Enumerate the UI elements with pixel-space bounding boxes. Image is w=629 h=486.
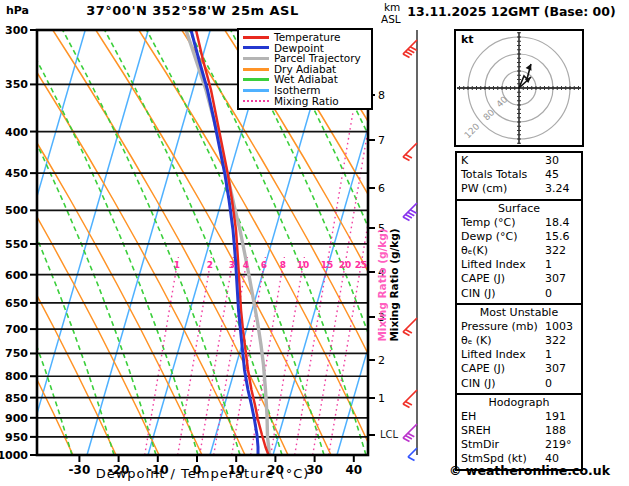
table-row-label: θₑ(K) — [461, 244, 545, 258]
table-row-value: 3.24 — [545, 182, 579, 196]
table-row-value: 18.4 — [545, 216, 579, 230]
svg-text:400: 400 — [5, 126, 28, 139]
wind-barb — [408, 448, 417, 461]
table-row: Temp (°C)18.4 — [457, 216, 581, 230]
svg-text:3: 3 — [229, 260, 235, 270]
svg-text:700: 700 — [5, 323, 28, 336]
svg-text:15: 15 — [321, 260, 334, 270]
table-row: θₑ(K)322 — [457, 244, 581, 258]
svg-text:20: 20 — [339, 260, 352, 270]
svg-text:650: 650 — [5, 297, 28, 310]
table-row: SREH188 — [457, 424, 581, 438]
legend-item: Temperature — [243, 32, 371, 43]
wind-barb — [403, 318, 417, 336]
svg-text:850: 850 — [5, 392, 28, 405]
sounding-indices-table: K30Totals Totals45PW (cm)3.24SurfaceTemp… — [455, 151, 583, 471]
table-row-label: Dewp (°C) — [461, 230, 545, 244]
svg-text:1: 1 — [378, 392, 385, 405]
legend-swatch — [243, 89, 269, 92]
hodograph-panel: 4080120kt — [455, 30, 583, 146]
table-row: CAPE (J)307 — [457, 362, 581, 376]
table-row-label: Lifted Index — [461, 348, 545, 362]
legend-label: Temperature — [274, 32, 341, 43]
table-row-label: CAPE (J) — [461, 362, 545, 376]
pressure-axis-unit: hPa — [6, 4, 29, 17]
svg-text:7: 7 — [378, 134, 385, 147]
legend-swatch — [243, 100, 269, 102]
table-row: Totals Totals45 — [457, 168, 581, 182]
skewt-sounding-page: 1234681015202530035040045050055060065070… — [0, 0, 629, 486]
credit-watermark: © weatheronline.co.uk — [432, 463, 627, 478]
table-section: K30Totals Totals45PW (cm)3.24 — [455, 151, 583, 201]
table-row: Dewp (°C)15.6 — [457, 230, 581, 244]
mixing-ratio-axis-label: Mixing Ratio (g/kg) — [388, 180, 400, 390]
svg-text:25: 25 — [355, 260, 368, 270]
table-row-value: 219° — [545, 438, 579, 452]
svg-text:4: 4 — [243, 260, 249, 270]
svg-text:900: 900 — [5, 412, 28, 425]
svg-text:10: 10 — [297, 260, 310, 270]
table-row-value: 191 — [545, 410, 579, 424]
table-row: K30 — [457, 154, 581, 168]
table-section: HodographEH191SREH188StmDir219°StmSpd (k… — [455, 393, 583, 471]
hodograph-unit-label: kt — [461, 33, 474, 46]
wind-barb — [403, 143, 417, 161]
legend-item: Mixing Ratio — [243, 96, 371, 107]
table-row-label: EH — [461, 410, 545, 424]
table-row: CIN (J)0 — [457, 377, 581, 391]
table-row-label: Pressure (mb) — [461, 320, 545, 334]
table-row-label: CIN (J) — [461, 377, 545, 391]
legend-swatch — [243, 68, 269, 71]
svg-text:350: 350 — [5, 78, 28, 91]
table-row-value: 1 — [545, 348, 579, 362]
table-row-value: 45 — [545, 168, 579, 182]
table-row-label: Lifted Index — [461, 258, 545, 272]
mixing-ratio-axis-label-magenta: Mixing Ratio (g/kg) — [376, 180, 388, 390]
table-row-value: 0 — [545, 287, 579, 301]
table-row-value: 307 — [545, 362, 579, 376]
table-section-header: Hodograph — [457, 396, 581, 410]
table-row: CAPE (J)307 — [457, 272, 581, 286]
table-row-value: 322 — [545, 334, 579, 348]
table-row-label: K — [461, 154, 545, 168]
table-row-label: Temp (°C) — [461, 216, 545, 230]
lcl-marker-label: LCL — [380, 429, 398, 440]
table-row-label: StmDir — [461, 438, 545, 452]
table-row: PW (cm)3.24 — [457, 182, 581, 196]
table-row: EH191 — [457, 410, 581, 424]
table-row: Pressure (mb)1003 — [457, 320, 581, 334]
table-section: Most UnstablePressure (mb)1003θₑ (K)322L… — [455, 303, 583, 395]
svg-text:500: 500 — [5, 204, 28, 217]
table-row: Lifted Index1 — [457, 258, 581, 272]
svg-text:600: 600 — [5, 269, 28, 282]
table-row: CIN (J)0 — [457, 287, 581, 301]
table-row-value: 307 — [545, 272, 579, 286]
station-title: 37°00'N 352°58'W 25m ASL — [40, 3, 345, 18]
table-row-value: 1 — [545, 258, 579, 272]
wind-barb — [403, 424, 417, 442]
table-row-label: Totals Totals — [461, 168, 545, 182]
table-section: SurfaceTemp (°C)18.4Dewp (°C)15.6θₑ(K)32… — [455, 199, 583, 305]
svg-text:800: 800 — [5, 370, 28, 383]
svg-text:950: 950 — [5, 431, 28, 444]
table-row-label: SREH — [461, 424, 545, 438]
table-row-label: PW (cm) — [461, 182, 545, 196]
chart-legend: TemperatureDewpointParcel TrajectoryDry … — [237, 28, 373, 110]
table-section-header: Surface — [457, 202, 581, 216]
temperature-axis-title: Dewpoint / Temperature (°C) — [37, 466, 368, 481]
svg-text:8: 8 — [378, 89, 385, 102]
svg-text:300: 300 — [5, 24, 28, 37]
svg-text:1: 1 — [174, 260, 180, 270]
svg-text:750: 750 — [5, 347, 28, 360]
legend-label: Mixing Ratio — [274, 96, 339, 107]
legend-label: Isotherm — [274, 85, 321, 96]
svg-text:6: 6 — [261, 260, 267, 270]
table-section-header: Most Unstable — [457, 306, 581, 320]
wind-barb-column — [403, 30, 417, 461]
svg-text:8: 8 — [280, 260, 286, 270]
table-row-label: θₑ (K) — [461, 334, 545, 348]
wind-barb — [403, 203, 417, 221]
forecast-datetime: 13.11.2025 12GMT (Base: 00) — [396, 4, 627, 19]
table-row-value: 322 — [545, 244, 579, 258]
legend-item: Isotherm — [243, 85, 371, 96]
